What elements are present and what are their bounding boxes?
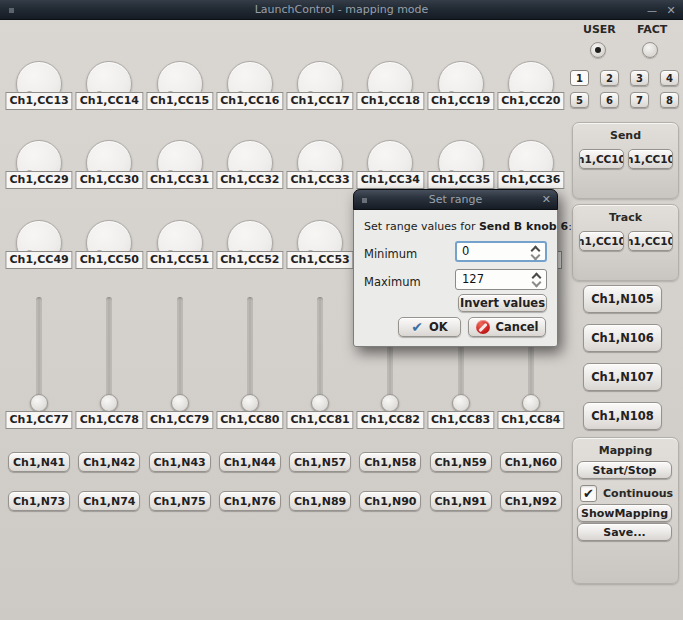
minimum-spin-arrows[interactable] — [531, 245, 541, 261]
knob-mapping-label[interactable]: Ch1,CC33 — [287, 171, 354, 189]
template-button-4[interactable]: 4 — [660, 70, 679, 86]
pad-button[interactable]: Ch1,N89 — [289, 491, 351, 511]
track-group: Track h1,CC10 h1,CC10 — [572, 204, 679, 281]
pad-button[interactable]: Ch1,N59 — [430, 452, 492, 472]
side-note-button[interactable]: Ch1,N108 — [583, 402, 662, 430]
spin-down-icon[interactable] — [532, 278, 542, 288]
knob-mapping-label[interactable]: Ch1,CC17 — [287, 92, 354, 110]
side-note-button[interactable]: Ch1,N107 — [583, 363, 662, 391]
app-icon — [9, 8, 14, 13]
template-button-5[interactable]: 5 — [570, 92, 589, 108]
slider-handle[interactable] — [241, 394, 259, 412]
knob-mapping-label[interactable]: Ch1,CC30 — [76, 171, 143, 189]
knob-mapping-label[interactable]: Ch1,CC31 — [146, 171, 213, 189]
slider-handle[interactable] — [171, 394, 189, 412]
slider-mapping-label[interactable]: Ch1,CC77 — [6, 411, 73, 429]
pad-cell: Ch1,N44 — [215, 452, 285, 473]
knob-mapping-label[interactable]: Ch1,CC16 — [216, 92, 283, 110]
pad-button[interactable]: Ch1,N57 — [289, 452, 351, 472]
invert-values-button[interactable]: Invert values — [458, 294, 547, 312]
template-button-7[interactable]: 7 — [630, 92, 649, 108]
slider-track — [36, 297, 42, 409]
template-button-8[interactable]: 8 — [660, 92, 679, 108]
knob-mapping-label[interactable]: Ch1,CC53 — [287, 251, 354, 269]
minimum-spinbox[interactable]: 0 — [455, 241, 547, 262]
knob-mapping-label[interactable]: Ch1,CC18 — [357, 92, 424, 110]
slider-mapping-label[interactable]: Ch1,CC83 — [427, 411, 494, 429]
slider-track — [106, 297, 112, 409]
pad-button[interactable]: Ch1,N73 — [8, 491, 70, 511]
pad-button[interactable]: Ch1,N75 — [149, 491, 211, 511]
pad-button[interactable]: Ch1,N92 — [500, 491, 562, 511]
knob-mapping-label[interactable]: Ch1,CC14 — [76, 92, 143, 110]
side-note-button[interactable]: Ch1,N106 — [583, 324, 662, 352]
send-knob-button[interactable]: h1,CC10 — [628, 149, 673, 169]
knob-mapping-label[interactable]: Ch1,CC35 — [427, 171, 494, 189]
pad-button[interactable]: Ch1,N43 — [149, 452, 211, 472]
knob-mapping-label[interactable]: Ch1,CC13 — [6, 92, 73, 110]
template-button-1[interactable]: 1 — [570, 70, 589, 86]
slider-track — [177, 297, 183, 409]
knob-mapping-label[interactable]: Ch1,CC52 — [216, 251, 283, 269]
dialog-prompt: Set range values for Send B knob 6: — [364, 220, 572, 233]
slider-mapping-label[interactable]: Ch1,CC79 — [146, 411, 213, 429]
side-note-button[interactable]: Ch1,N105 — [583, 285, 662, 313]
cancel-button[interactable]: Cancel — [468, 317, 546, 337]
slider-mapping-label[interactable]: Ch1,CC81 — [287, 411, 354, 429]
knob-mapping-label[interactable]: Ch1,CC36 — [497, 171, 564, 189]
knob-cell: Ch1,CC51 — [145, 220, 215, 270]
knob-cell: Ch1,CC20 — [496, 61, 566, 111]
track-knob-button[interactable]: h1,CC10 — [579, 231, 624, 251]
knob-mapping-label[interactable]: Ch1,CC15 — [146, 92, 213, 110]
factory-radio[interactable] — [642, 42, 658, 58]
minimize-button[interactable]: — — [645, 3, 659, 17]
template-button-6[interactable]: 6 — [600, 92, 619, 108]
knob-mapping-label[interactable]: Ch1,CC50 — [76, 251, 143, 269]
dialog-titlebar[interactable]: Set range ✕ — [353, 189, 558, 210]
pad-button[interactable]: Ch1,N90 — [359, 491, 421, 511]
slider-handle[interactable] — [522, 394, 540, 412]
pad-button[interactable]: Ch1,N74 — [78, 491, 140, 511]
knob-mapping-label[interactable]: Ch1,CC51 — [146, 251, 213, 269]
user-radio[interactable] — [590, 42, 606, 58]
pad-button[interactable]: Ch1,N41 — [8, 452, 70, 472]
maximum-spinbox[interactable]: 127 — [455, 269, 547, 290]
slider-mapping-label[interactable]: Ch1,CC78 — [76, 411, 143, 429]
knob-mapping-label[interactable]: Ch1,CC34 — [357, 171, 424, 189]
slider-handle[interactable] — [381, 394, 399, 412]
knob-row-1: Ch1,CC13 Ch1,CC14 Ch1,CC15 Ch1,CC16 Ch1,… — [4, 61, 566, 111]
continuous-checkbox[interactable]: ✔ — [580, 485, 597, 502]
pad-button[interactable]: Ch1,N42 — [78, 452, 140, 472]
spin-down-icon[interactable] — [531, 251, 541, 261]
slider-handle[interactable] — [100, 394, 118, 412]
dialog-close-icon[interactable]: ✕ — [542, 193, 551, 206]
close-button[interactable]: ✕ — [664, 3, 678, 17]
track-knob-button[interactable]: h1,CC10 — [628, 231, 673, 251]
continuous-checkbox-label[interactable]: Continuous — [603, 487, 673, 500]
show-mapping-button[interactable]: ShowMapping — [577, 504, 672, 522]
pad-button[interactable]: Ch1,N60 — [500, 452, 562, 472]
window-titlebar[interactable]: LaunchControl - mapping mode — ✕ — [0, 0, 683, 20]
pad-button[interactable]: Ch1,N58 — [359, 452, 421, 472]
start-stop-button[interactable]: Start/Stop — [577, 461, 672, 479]
save-button[interactable]: Save... — [577, 523, 672, 541]
knob-mapping-label[interactable]: Ch1,CC19 — [427, 92, 494, 110]
knob-mapping-label[interactable]: Ch1,CC20 — [497, 92, 564, 110]
slider-handle[interactable] — [30, 394, 48, 412]
maximum-spin-arrows[interactable] — [532, 272, 542, 288]
template-button-3[interactable]: 3 — [630, 70, 649, 86]
pad-button[interactable]: Ch1,N76 — [219, 491, 281, 511]
slider-mapping-label[interactable]: Ch1,CC80 — [216, 411, 283, 429]
knob-mapping-label[interactable]: Ch1,CC32 — [216, 171, 283, 189]
pad-button[interactable]: Ch1,N91 — [430, 491, 492, 511]
slider-mapping-label[interactable]: Ch1,CC84 — [497, 411, 564, 429]
slider-handle[interactable] — [311, 394, 329, 412]
slider-mapping-label[interactable]: Ch1,CC82 — [357, 411, 424, 429]
knob-mapping-label[interactable]: Ch1,CC49 — [6, 251, 73, 269]
knob-mapping-label[interactable]: Ch1,CC29 — [6, 171, 73, 189]
send-knob-button[interactable]: h1,CC10 — [579, 149, 624, 169]
ok-button[interactable]: ✔ OK — [398, 317, 461, 337]
slider-handle[interactable] — [452, 394, 470, 412]
pad-button[interactable]: Ch1,N44 — [219, 452, 281, 472]
template-button-2[interactable]: 2 — [600, 70, 619, 86]
